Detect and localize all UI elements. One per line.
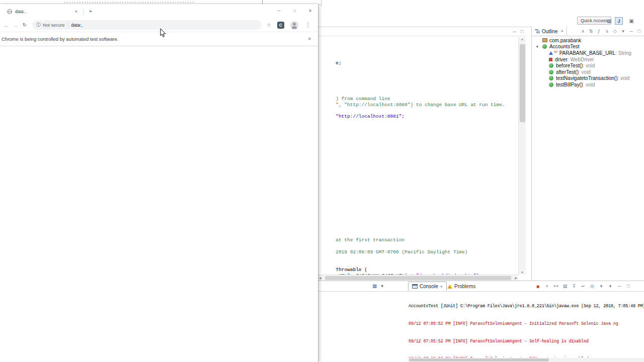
back-icon[interactable]: ←: [2, 22, 11, 28]
outline-view: Outline × ∧ ⇅ ƒ s ◇ ▾ ─ □ com.parabank: [532, 27, 644, 281]
word-wrap-icon[interactable]: ↵: [580, 283, 587, 290]
outline-item-method[interactable]: testBillPay() : void: [532, 81, 644, 88]
console-tab[interactable]: Console ×: [408, 282, 447, 291]
outline-item-package[interactable]: com.parabank: [532, 37, 644, 44]
info-icon[interactable]: ⓘ: [36, 22, 41, 28]
package-icon: [542, 38, 547, 42]
view-menu-icon[interactable]: ▾: [620, 28, 626, 35]
editor-horizontal-scrollbar[interactable]: ◀ ▶: [318, 275, 518, 281]
scroll-down-icon[interactable]: ▼: [519, 271, 526, 274]
problems-tab[interactable]: Problems: [444, 282, 479, 291]
divider: [84, 8, 84, 15]
problems-view-icon: [447, 285, 452, 289]
class-icon: [542, 44, 547, 49]
editor-maximize-icon[interactable]: □: [519, 28, 525, 35]
scroll-right-icon[interactable]: ▶: [515, 276, 517, 280]
hide-fields-icon[interactable]: ƒ: [596, 28, 602, 35]
hide-non-public-icon[interactable]: ◇: [612, 28, 618, 35]
reload-icon[interactable]: ↻: [20, 22, 29, 28]
mouse-cursor: [160, 28, 166, 40]
address-bar[interactable]: ⓘ Not secure data:,: [32, 20, 262, 30]
browser-tab[interactable]: data:, ×: [4, 5, 80, 18]
field-icon: [549, 58, 552, 61]
console-horizontal-scrollbar[interactable]: [408, 358, 644, 362]
outline-item-method[interactable]: beforeTest() : void: [532, 62, 644, 69]
hide-static-members-icon[interactable]: s: [604, 28, 610, 35]
editor-vertical-scrollbar[interactable]: ▲ ▼: [518, 37, 526, 275]
method-icon: [549, 70, 553, 74]
outline-item-type: : void: [583, 63, 595, 68]
outline-item-method[interactable]: testNavigatetoTransaction() : void: [532, 75, 644, 82]
scroll-left-icon[interactable]: ◀: [319, 276, 321, 280]
bookmark-star-icon[interactable]: ☆: [267, 22, 271, 28]
scroll-lock-icon[interactable]: ↧: [571, 283, 578, 290]
display-selected-console-icon[interactable]: ▾: [598, 283, 605, 290]
hidden-view-toolbar-icon[interactable]: ▦: [372, 283, 377, 289]
hidden-view-menu-icon[interactable]: ▾: [381, 283, 383, 289]
editor-minimize-icon[interactable]: ─: [511, 28, 518, 35]
globe-favicon-icon: [7, 9, 12, 14]
field-icon: [549, 51, 553, 55]
outline-close-icon[interactable]: ×: [561, 29, 564, 34]
screen: Quick Access ▦ J ▣ ─ □ e; ) from command…: [0, 0, 644, 362]
security-label: Not secure: [43, 23, 65, 28]
outline-item-type: : void: [579, 69, 591, 75]
outline-item-type: : WebDriver: [568, 57, 594, 62]
extension-icon[interactable]: C: [277, 22, 284, 29]
outline-minimize-icon[interactable]: ─: [628, 28, 634, 35]
collapse-all-icon[interactable]: ∧: [580, 28, 586, 35]
infobar-message: Chrome is being controlled by automated …: [2, 36, 118, 42]
outline-item-type: : String: [615, 50, 631, 56]
outline-item-label: driver: [555, 57, 568, 62]
window-minimize-button[interactable]: ─: [271, 4, 287, 17]
outline-item-label: afterTest(): [556, 69, 579, 75]
expander-icon[interactable]: ▾: [536, 45, 542, 49]
window-maximize-button[interactable]: □: [287, 4, 302, 17]
browser-menu-icon[interactable]: ⋮: [304, 22, 311, 28]
outline-maximize-icon[interactable]: □: [636, 28, 642, 35]
outline-item-method[interactable]: afterTest() : void: [532, 69, 644, 75]
window-controls: ─ □ ×: [271, 4, 318, 17]
outline-tab-label: Outline: [542, 29, 558, 34]
url-text: data:,: [71, 23, 83, 28]
console-maximize-icon[interactable]: □: [625, 283, 632, 290]
remove-launch-icon[interactable]: ×: [543, 283, 550, 290]
automation-infobar: Chrome is being controlled by automated …: [0, 32, 318, 46]
other-perspective-button[interactable]: ▣: [627, 17, 635, 25]
open-perspective-icon[interactable]: ▦: [605, 17, 613, 25]
console-minimize-icon[interactable]: ─: [616, 283, 623, 290]
chrome-window: data:, × + ─ □ × ← → ↻ ⓘ Not secure data…: [0, 4, 318, 362]
tab-close-icon[interactable]: ×: [75, 9, 77, 14]
background-window-edge: [321, 0, 321, 7]
outline-item-class[interactable]: ▾ AccountsTest: [532, 44, 644, 50]
terminate-icon[interactable]: ■: [534, 283, 541, 290]
remove-all-launches-icon[interactable]: ××: [552, 283, 559, 290]
scrollbar-thumb[interactable]: [520, 44, 525, 122]
scroll-up-icon[interactable]: ▲: [519, 38, 526, 41]
outline-tab[interactable]: Outline ×: [532, 27, 567, 36]
divider: [318, 36, 526, 36]
clear-console-icon[interactable]: ▤: [561, 283, 569, 290]
console-tab-label: Console: [420, 284, 438, 289]
console-tab-close-icon[interactable]: ×: [440, 284, 443, 289]
outline-item-field[interactable]: SF PARABANK_BASE_URL : String: [532, 50, 644, 56]
outline-item-label: PARABANK_BASE_URL: [559, 50, 616, 56]
outline-item-label: AccountsTest: [549, 44, 579, 49]
tab-strip: data:, × + ─ □ ×: [0, 4, 318, 18]
profile-avatar-icon[interactable]: [290, 21, 298, 29]
forward-icon[interactable]: →: [11, 22, 20, 28]
code-line-fragment: 2019 02:06:09 GMT-0700 (Pacific Daylight…: [318, 243, 467, 261]
pin-console-icon[interactable]: ◎: [589, 283, 596, 290]
console-line: 09/12 07:05:52 PM [INFO] ParasoftSeleniu…: [409, 339, 644, 345]
open-console-icon[interactable]: ▾: [607, 283, 614, 290]
scrollbar-thumb[interactable]: [325, 276, 511, 280]
window-close-button[interactable]: ×: [302, 4, 318, 17]
scrollbar-thumb[interactable]: [409, 358, 549, 361]
console-output[interactable]: AccountsTest [JUnit] C:\Program Files\Ja…: [409, 292, 644, 357]
outline-tree: com.parabank ▾ AccountsTest SF PARABANK_…: [532, 36, 644, 88]
infobar-close-icon[interactable]: ×: [308, 36, 311, 42]
sort-icon[interactable]: ⇅: [588, 28, 594, 35]
outline-item-field[interactable]: driver : WebDriver: [532, 56, 644, 63]
new-tab-button[interactable]: +: [87, 7, 95, 15]
java-perspective-button[interactable]: J: [615, 17, 623, 25]
